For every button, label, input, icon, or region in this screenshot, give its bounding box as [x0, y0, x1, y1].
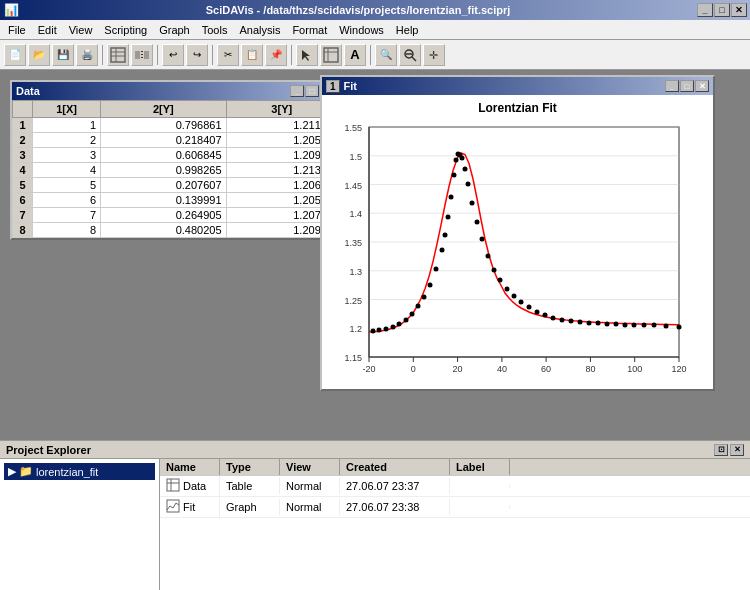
cell-y2[interactable]: 0.796861 — [101, 118, 226, 133]
svg-point-95 — [632, 323, 637, 328]
svg-point-98 — [664, 324, 669, 329]
pe-content: ▶ 📁 lorentzian_fit Name Type View Create… — [0, 459, 750, 590]
cell-y2[interactable]: 0.606845 — [101, 148, 226, 163]
col-x-header[interactable]: 1[X] — [33, 101, 101, 118]
cell-y2[interactable]: 0.264905 — [101, 208, 226, 223]
cell-y2[interactable]: 0.218407 — [101, 133, 226, 148]
cell-x[interactable]: 2 — [33, 133, 101, 148]
cell-x[interactable]: 7 — [33, 208, 101, 223]
col-y2-header[interactable]: 2[Y] — [101, 101, 226, 118]
svg-point-85 — [543, 313, 548, 318]
pe-col-view: View — [280, 459, 340, 475]
svg-text:1.55: 1.55 — [344, 123, 362, 133]
menu-scripting[interactable]: Scripting — [98, 22, 153, 38]
minimize-button[interactable]: _ — [697, 3, 713, 17]
menu-graph[interactable]: Graph — [153, 22, 196, 38]
svg-text:20: 20 — [453, 364, 463, 374]
text-button[interactable]: A — [344, 44, 366, 66]
cell-x[interactable]: 8 — [33, 223, 101, 238]
pointer-button[interactable] — [296, 44, 318, 66]
paste-button[interactable]: 📌 — [265, 44, 287, 66]
svg-point-54 — [384, 327, 389, 332]
svg-point-56 — [397, 322, 402, 327]
new-matrix-button[interactable] — [131, 44, 153, 66]
project-explorer: Project Explorer ⊡ ✕ ▶ 📁 lorentzian_fit … — [0, 440, 750, 590]
menu-tools[interactable]: Tools — [196, 22, 234, 38]
svg-text:1.3: 1.3 — [349, 267, 362, 277]
zoom-in-button[interactable]: 🔍 — [375, 44, 397, 66]
menu-format[interactable]: Format — [286, 22, 333, 38]
graph-title: Lorentzian Fit — [324, 97, 711, 117]
pe-close-button[interactable]: ✕ — [730, 444, 744, 456]
cell-x[interactable]: 6 — [33, 193, 101, 208]
table-row: 5 5 0.207607 1.20613 — [13, 178, 338, 193]
cell-x[interactable]: 5 — [33, 178, 101, 193]
fit-window-number[interactable]: 1 — [326, 80, 340, 93]
pe-data-label — [450, 484, 510, 488]
pe-tree-root[interactable]: ▶ 📁 lorentzian_fit — [4, 463, 155, 480]
graph-icon — [166, 499, 180, 515]
new-table-button[interactable] — [107, 44, 129, 66]
cell-y2[interactable]: 0.207607 — [101, 178, 226, 193]
row-index: 7 — [13, 208, 33, 223]
svg-point-67 — [452, 173, 457, 178]
pe-main: Name Type View Created Label Data Table … — [160, 459, 750, 590]
save-button[interactable]: 💾 — [52, 44, 74, 66]
cell-x[interactable]: 4 — [33, 163, 101, 178]
svg-point-93 — [614, 322, 619, 327]
data-minimize-button[interactable]: _ — [290, 85, 304, 97]
pe-row-data[interactable]: Data Table Normal 27.06.07 23:37 — [160, 476, 750, 497]
svg-rect-102 — [167, 479, 179, 491]
table-row: 6 6 0.139991 1.20566 — [13, 193, 338, 208]
data-table-container: 1[X] 2[Y] 3[Y] 1 1 0.796861 1.21135 2 2 … — [12, 100, 338, 238]
pe-tree: ▶ 📁 lorentzian_fit — [0, 459, 160, 590]
row-index: 3 — [13, 148, 33, 163]
table-row: 1 1 0.796861 1.21135 — [13, 118, 338, 133]
cell-y2[interactable]: 0.998265 — [101, 163, 226, 178]
cell-x[interactable]: 3 — [33, 148, 101, 163]
fit-minimize-button[interactable]: _ — [665, 80, 679, 92]
cell-y2[interactable]: 0.139991 — [101, 193, 226, 208]
close-button[interactable]: ✕ — [731, 3, 747, 17]
menu-file[interactable]: File — [2, 22, 32, 38]
svg-point-60 — [422, 295, 427, 300]
svg-point-87 — [560, 318, 565, 323]
pe-float-button[interactable]: ⊡ — [714, 444, 728, 456]
col-index-header — [13, 101, 33, 118]
pe-fit-view: Normal — [280, 499, 340, 515]
data-range-button[interactable] — [320, 44, 342, 66]
menu-edit[interactable]: Edit — [32, 22, 63, 38]
new-button[interactable]: 📄 — [4, 44, 26, 66]
svg-point-73 — [466, 182, 471, 187]
data-table: 1[X] 2[Y] 3[Y] 1 1 0.796861 1.21135 2 2 … — [12, 100, 338, 238]
row-index: 1 — [13, 118, 33, 133]
open-button[interactable]: 📂 — [28, 44, 50, 66]
zoom-out-button[interactable] — [399, 44, 421, 66]
svg-text:1.4: 1.4 — [349, 209, 362, 219]
svg-text:1.45: 1.45 — [344, 181, 362, 191]
print-button[interactable]: 🖨️ — [76, 44, 98, 66]
redo-button[interactable]: ↪ — [186, 44, 208, 66]
copy-button[interactable]: 📋 — [241, 44, 263, 66]
sep1 — [102, 45, 103, 65]
maximize-button[interactable]: □ — [714, 3, 730, 17]
row-index: 2 — [13, 133, 33, 148]
svg-rect-6 — [141, 54, 143, 55]
svg-point-96 — [642, 323, 647, 328]
pe-row-fit[interactable]: Fit Graph Normal 27.06.07 23:38 — [160, 497, 750, 518]
cell-y2[interactable]: 0.480205 — [101, 223, 226, 238]
data-maximize-button[interactable]: □ — [305, 85, 319, 97]
cut-button[interactable]: ✂ — [217, 44, 239, 66]
fit-maximize-button[interactable]: □ — [680, 80, 694, 92]
undo-button[interactable]: ↩ — [162, 44, 184, 66]
svg-rect-10 — [324, 48, 338, 62]
menu-help[interactable]: Help — [390, 22, 425, 38]
pan-button[interactable]: ✛ — [423, 44, 445, 66]
table-row: 7 7 0.264905 1.20712 — [13, 208, 338, 223]
svg-point-94 — [623, 323, 628, 328]
menu-windows[interactable]: Windows — [333, 22, 390, 38]
cell-x[interactable]: 1 — [33, 118, 101, 133]
menu-view[interactable]: View — [63, 22, 99, 38]
menu-analysis[interactable]: Analysis — [233, 22, 286, 38]
fit-close-button[interactable]: ✕ — [695, 80, 709, 92]
